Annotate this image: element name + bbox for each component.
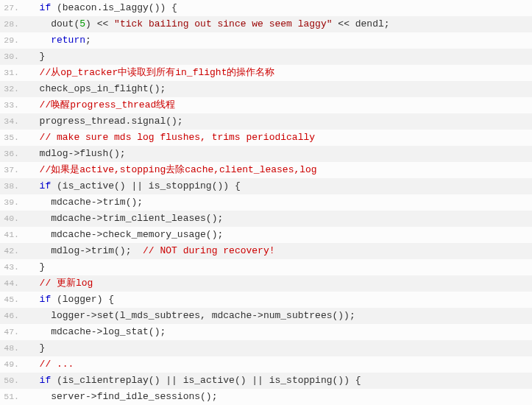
- code-line: 46. logger->set(l_mds_subtrees, mdcache-…: [0, 308, 532, 324]
- code-token: [28, 18, 51, 29]
- code-content: //从op_tracker中读取到所有in_flight的操作名称: [26, 65, 532, 81]
- code-content: logger->set(l_mds_subtrees, mdcache->num…: [26, 308, 532, 324]
- code-token: if: [40, 180, 52, 191]
- code-token: return: [51, 35, 85, 46]
- code-token: }: [28, 342, 45, 353]
- code-content: mdlog->trim(); // NOT during recovery!: [26, 243, 532, 259]
- code-token: mdcache->: [28, 326, 102, 337]
- code-token: trim_client_leases: [102, 213, 205, 224]
- line-number: 44.: [0, 275, 26, 292]
- code-token: ();: [166, 116, 182, 127]
- code-content: //唤醒progress_thread线程: [26, 97, 532, 113]
- code-content: mdcache->trim();: [26, 194, 532, 211]
- code-content: mdcache->trim_client_leases();: [26, 211, 532, 227]
- line-number: 37.: [0, 162, 26, 178]
- code-token: }: [28, 51, 45, 62]
- code-token: ()) {: [149, 2, 177, 13]
- line-number: 49.: [0, 356, 26, 373]
- code-block: 27. if (beacon.is_laggy()) {28. dout(5) …: [0, 0, 532, 405]
- code-content: server->find_idle_sessions();: [26, 389, 532, 405]
- code-line: 40. mdcache->trim_client_leases();: [0, 211, 532, 227]
- code-content: if (is_clientreplay() || is_active() || …: [26, 373, 532, 389]
- code-token: mdcache->: [28, 229, 102, 240]
- code-content: if (beacon.is_laggy()) {: [26, 0, 532, 16]
- code-content: mdlog->flush();: [26, 146, 532, 162]
- line-number: 42.: [0, 243, 26, 259]
- code-line: 51. server->find_idle_sessions();: [0, 389, 532, 405]
- code-line: 33. //唤醒progress_thread线程: [0, 97, 532, 113]
- code-token: (: [51, 375, 63, 386]
- code-line: 34. progress_thread.signal();: [0, 113, 532, 130]
- code-token: ();: [114, 245, 143, 256]
- line-number: 32.: [0, 81, 26, 97]
- code-token: ) <<: [85, 18, 114, 29]
- code-token: }: [28, 261, 45, 272]
- code-token: mdlog->: [28, 148, 79, 159]
- line-number: 35.: [0, 130, 26, 146]
- line-number: 28.: [0, 16, 26, 32]
- code-token: mdcache->: [28, 213, 102, 224]
- code-line: 44. // 更新log: [0, 275, 532, 292]
- code-token: if: [40, 2, 52, 13]
- code-content: mdcache->check_memory_usage();: [26, 227, 532, 243]
- code-token: ();: [200, 391, 217, 402]
- code-content: if (is_active() || is_stopping()) {: [26, 178, 532, 194]
- line-number: 29.: [0, 32, 26, 49]
- code-line: 42. mdlog->trim(); // NOT during recover…: [0, 243, 532, 259]
- line-number: 34.: [0, 113, 26, 130]
- code-token: dout: [51, 18, 74, 29]
- code-token: mdlog->: [28, 245, 91, 256]
- code-token: ());: [333, 310, 355, 321]
- line-number: 30.: [0, 49, 26, 65]
- code-token: (logger) {: [51, 294, 114, 305]
- code-token: ();: [126, 197, 143, 208]
- code-token: [28, 180, 40, 191]
- code-token: // NOT during recovery!: [143, 245, 274, 256]
- code-line: 32. check_ops_in_flight();: [0, 81, 532, 97]
- line-number: 31.: [0, 65, 26, 81]
- code-line: 43. }: [0, 259, 532, 275]
- line-number: 38.: [0, 178, 26, 194]
- code-token: is_active: [63, 180, 114, 191]
- code-token: ;: [85, 35, 91, 46]
- code-token: ()) {: [333, 375, 361, 386]
- line-number: 36.: [0, 146, 26, 162]
- code-token: [28, 278, 40, 289]
- code-content: }: [26, 49, 532, 65]
- code-line: 47. mdcache->log_stat();: [0, 324, 532, 340]
- code-content: }: [26, 340, 532, 356]
- line-number: 47.: [0, 324, 26, 340]
- code-token: [28, 164, 40, 175]
- code-token: is_active: [183, 375, 235, 386]
- code-token: //从op_tracker中读取到所有in_flight的操作名称: [40, 67, 275, 78]
- line-number: 46.: [0, 308, 26, 324]
- code-token: ();: [149, 326, 166, 337]
- code-token: [28, 132, 40, 143]
- code-content: progress_thread.signal();: [26, 113, 532, 130]
- code-token: << dendl;: [333, 18, 390, 29]
- code-token: trim: [102, 197, 125, 208]
- code-line: 45. if (logger) {: [0, 292, 532, 308]
- code-content: mdcache->log_stat();: [26, 324, 532, 340]
- code-token: signal: [131, 116, 166, 127]
- code-content: // make sure mds log flushes, trims peri…: [26, 130, 532, 146]
- line-number: 41.: [0, 227, 26, 243]
- code-token: find_idle_sessions: [97, 391, 200, 402]
- code-token: (: [51, 180, 63, 191]
- code-line: 48. }: [0, 340, 532, 356]
- code-token: ();: [206, 213, 223, 224]
- code-line: 36. mdlog->flush();: [0, 146, 532, 162]
- code-line: 49. // ...: [0, 356, 532, 373]
- code-content: }: [26, 259, 532, 275]
- code-token: mdcache->: [28, 197, 102, 208]
- code-token: trim: [91, 245, 114, 256]
- line-number: 51.: [0, 389, 26, 405]
- code-token: () ||: [235, 375, 269, 386]
- code-content: // 更新log: [26, 275, 532, 292]
- line-number: 33.: [0, 97, 26, 113]
- code-token: [28, 375, 40, 386]
- code-token: [28, 359, 40, 370]
- code-token: is_laggy: [102, 2, 148, 13]
- code-line: 39. mdcache->trim();: [0, 194, 532, 211]
- code-token: // make sure mds log flushes, trims peri…: [40, 132, 315, 143]
